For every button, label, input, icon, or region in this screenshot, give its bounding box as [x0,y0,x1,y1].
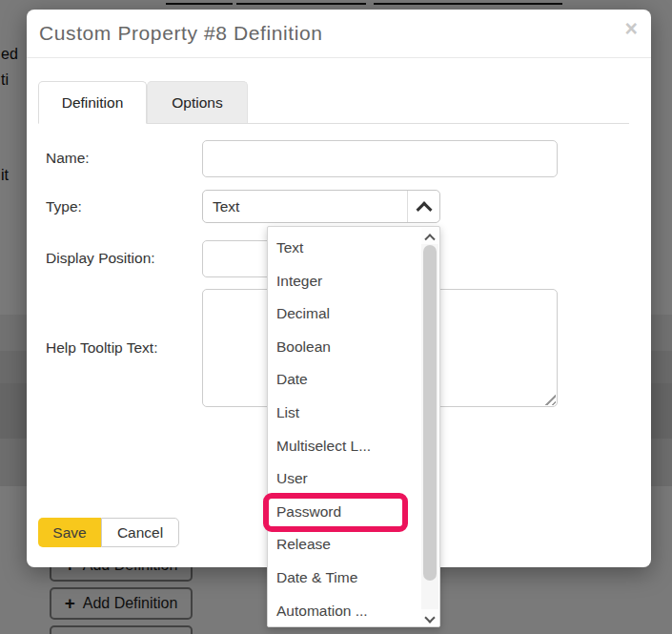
type-dropdown-list: TextIntegerDecimalBooleanDateListMultise… [268,232,421,627]
dropdown-item-label: Boolean [276,338,331,355]
dropdown-item-list[interactable]: List [268,397,421,430]
dropdown-item-label: User [276,470,308,486]
dropdown-item-label: List [276,404,299,420]
type-select[interactable]: Text [202,190,440,223]
dropdown-item-label: Password [276,503,341,520]
dropdown-item-decimal[interactable]: Decimal [268,297,421,331]
type-select-toggle[interactable] [407,191,439,222]
dialog-header: Custom Property #8 Definition × [27,10,651,58]
dropdown-item-date[interactable]: Date [268,363,421,397]
type-dropdown: TextIntegerDecimalBooleanDateListMultise… [267,226,440,627]
dropdown-item-boolean[interactable]: Boolean [268,331,421,364]
dropdown-item-label: Text [276,239,303,256]
type-label: Type: [46,190,82,223]
tab-bar: Definition Options [38,81,629,124]
scrollbar-down-arrow[interactable] [421,609,438,625]
dropdown-item-multiselect-l[interactable]: Multiselect L... [268,430,421,463]
close-icon[interactable]: × [625,18,638,40]
dropdown-item-integer[interactable]: Integer [268,265,421,298]
chevron-up-icon [424,234,435,244]
dropdown-item-label: Date [276,371,308,387]
screen: ed ti it + Add Definition + Add Definiti… [0,0,672,634]
dropdown-item-user[interactable]: User [268,462,421,496]
display-position-label: Display Position: [46,240,155,276]
tab-options[interactable]: Options [147,81,248,123]
dropdown-item-text[interactable]: Text [268,232,421,265]
dropdown-item-label: Date & Time [276,569,357,585]
dropdown-scrollbar[interactable] [421,228,438,625]
cancel-button[interactable]: Cancel [101,518,179,547]
dropdown-item-label: Multiselect L... [276,438,371,454]
dropdown-item-release[interactable]: Release [268,528,421,562]
type-select-value: Text [213,191,239,222]
dropdown-item-label: Automation ... [276,603,368,619]
help-tooltip-label: Help Tooltip Text: [46,289,157,407]
dropdown-item-date-time[interactable]: Date & Time [268,562,421,595]
name-label: Name: [46,140,90,176]
tab-definition[interactable]: Definition [38,81,147,124]
dropdown-item-label: Integer [276,273,322,289]
dropdown-item-automation[interactable]: Automation ... [268,595,421,628]
chevron-up-icon [416,201,432,217]
dropdown-item-label: Release [276,536,331,552]
dropdown-item-label: Decimal [276,305,330,321]
save-button[interactable]: Save [38,518,101,547]
scrollbar-thumb[interactable] [423,245,437,581]
dialog-title: Custom Property #8 Definition [39,10,323,57]
dropdown-item-password[interactable]: Password [268,496,421,529]
name-input[interactable] [202,140,558,177]
chevron-down-icon [424,612,435,623]
scrollbar-up-arrow[interactable] [421,228,438,244]
